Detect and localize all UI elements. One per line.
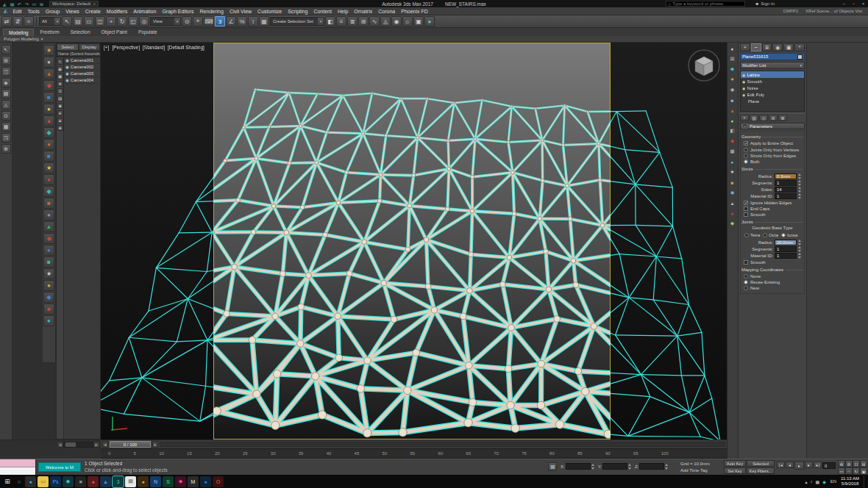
previous-frame-arrow[interactable]: ◄ bbox=[102, 441, 108, 448]
application-menu-icon[interactable]: ◭ bbox=[1, 1, 8, 7]
checkbox[interactable] bbox=[744, 260, 748, 265]
right-toolbar-icon[interactable]: ★ bbox=[728, 75, 737, 84]
right-toolbar-icon[interactable]: ◉ bbox=[728, 85, 737, 94]
select-object[interactable]: ↖ bbox=[62, 16, 72, 26]
select-and-link[interactable]: ⇄ bbox=[1, 16, 12, 26]
ribbon-tab[interactable]: Freeform bbox=[35, 29, 64, 36]
scene-explorer-menu[interactable]: Display bbox=[79, 43, 101, 51]
viewport-label-item[interactable]: [Perspective] bbox=[112, 45, 140, 50]
time-slider-track[interactable] bbox=[160, 442, 725, 447]
mapping-option-radio[interactable]: None bbox=[741, 273, 803, 279]
start-button[interactable]: ⊞ bbox=[1, 476, 13, 487]
value-input[interactable]: 14 bbox=[775, 187, 797, 193]
key-filters-button[interactable]: Key Filters... bbox=[747, 467, 775, 474]
workspace-selector[interactable]: Workspace: Default ▼ bbox=[49, 1, 99, 7]
radio[interactable] bbox=[744, 159, 748, 164]
script-toolbar-icon[interactable]: ★ bbox=[43, 268, 54, 279]
rendered-frame-window[interactable]: ▣ bbox=[413, 16, 424, 26]
maximize-button[interactable]: ▫ bbox=[849, 0, 858, 7]
geometry-option-radio[interactable]: Both bbox=[741, 159, 803, 165]
open-icon[interactable]: ⊞ bbox=[38, 1, 45, 7]
modifier-stack-item[interactable]: ◉ Smooth bbox=[741, 78, 804, 85]
selected-combo[interactable]: Selected bbox=[747, 460, 775, 467]
joint-option-checkbox[interactable]: Smooth bbox=[741, 259, 803, 265]
add-time-tag[interactable]: Add Time Tag bbox=[680, 468, 708, 473]
viewport-label-item[interactable]: [Default Shading] bbox=[168, 45, 204, 50]
menu-item[interactable]: Scripting bbox=[285, 7, 310, 15]
docked-toolbar-label[interactable]: XRef Scene... of Objects Visi bbox=[805, 9, 862, 13]
radio[interactable] bbox=[763, 233, 767, 237]
make-unique[interactable]: ◎ bbox=[759, 115, 768, 121]
pin-stack[interactable]: ⌖ bbox=[740, 115, 749, 121]
script-toolbar-icon[interactable]: ■ bbox=[43, 304, 54, 315]
edit-named-selection-sets[interactable]: ▦ bbox=[259, 16, 269, 26]
menu-item[interactable]: Animation bbox=[130, 7, 159, 15]
menu-item[interactable]: Rendering bbox=[197, 7, 227, 15]
tray-app-icon[interactable]: ◆ bbox=[822, 479, 826, 484]
taskbar-app[interactable]: ▲ bbox=[100, 476, 111, 487]
layout-tab-icon[interactable]: ▤ bbox=[1, 89, 11, 98]
menu-item[interactable]: Group bbox=[43, 7, 63, 15]
docked-toolbar-label[interactable]: CMPP2 bbox=[783, 9, 798, 13]
menu-item[interactable]: Phoenix FD bbox=[398, 7, 431, 15]
menu-item[interactable]: Graph Editors bbox=[159, 7, 196, 15]
taskbar-app[interactable]: ● bbox=[88, 476, 99, 487]
listener-macro-row[interactable] bbox=[0, 459, 35, 467]
tab-utilities[interactable]: * bbox=[794, 43, 805, 51]
next-frame-button[interactable]: ► bbox=[805, 462, 813, 468]
filter-icon[interactable]: ● bbox=[57, 110, 63, 116]
script-toolbar-icon[interactable]: ● bbox=[43, 139, 54, 150]
taskbar-app[interactable]: O bbox=[213, 476, 224, 487]
auto-key-button[interactable]: Auto Key bbox=[724, 460, 746, 467]
coordinate-input[interactable] bbox=[566, 463, 591, 470]
taskbar-clock[interactable]: 11:13 AM 5/9/2018 bbox=[841, 476, 859, 487]
spinner[interactable] bbox=[798, 240, 803, 245]
menu-item[interactable]: Modifiers bbox=[104, 7, 130, 15]
visibility-bulb-icon[interactable]: ◉ bbox=[742, 79, 745, 84]
script-toolbar-icon[interactable]: ● bbox=[43, 57, 54, 68]
mapping-option-radio[interactable]: Reuse Existing bbox=[741, 279, 803, 285]
script-toolbar-icon[interactable]: ▲ bbox=[43, 68, 54, 79]
save-icon[interactable]: ▤ bbox=[9, 1, 15, 7]
go-to-start-button[interactable]: |◄ bbox=[777, 462, 785, 468]
select-and-scale[interactable]: ◱ bbox=[128, 16, 138, 26]
spinner[interactable] bbox=[798, 253, 803, 259]
radio[interactable] bbox=[781, 233, 786, 237]
parameters-rollout-header[interactable]: − Parameters bbox=[740, 123, 805, 129]
taskbar-app[interactable]: ● bbox=[138, 476, 149, 487]
current-frame-input[interactable]: 0 bbox=[822, 462, 836, 469]
layout-tab-icon[interactable]: ◬ bbox=[1, 100, 11, 110]
zoom-all-button[interactable]: ⊛ bbox=[845, 460, 853, 467]
right-toolbar-icon[interactable]: ● bbox=[728, 209, 737, 218]
select-and-move[interactable]: + bbox=[106, 16, 116, 26]
spinner[interactable] bbox=[798, 246, 803, 252]
taskbar-app-3dsmax[interactable]: 3 bbox=[113, 476, 124, 487]
radio[interactable] bbox=[744, 233, 749, 237]
taskbar-app[interactable]: ◆ bbox=[63, 476, 74, 487]
visibility-bulb-icon[interactable]: ◉ bbox=[742, 86, 745, 90]
script-toolbar-icon[interactable]: ◆ bbox=[43, 80, 54, 91]
toggle-scene-explorer[interactable]: ⊞ bbox=[358, 16, 369, 26]
menu-item[interactable]: Create bbox=[82, 7, 104, 15]
script-toolbar-icon[interactable]: ■ bbox=[43, 151, 54, 162]
right-toolbar-icon[interactable]: ▦ bbox=[728, 147, 737, 156]
undo-icon[interactable]: ↶ bbox=[16, 1, 23, 7]
menu-item[interactable]: Views bbox=[63, 7, 82, 15]
right-toolbar-icon[interactable]: ■ bbox=[728, 178, 737, 187]
show-desktop-button[interactable] bbox=[864, 476, 867, 487]
base-type-radio[interactable]: Tetra bbox=[744, 233, 760, 237]
right-toolbar-icon[interactable]: ◆ bbox=[728, 219, 737, 228]
tab-hierarchy[interactable]: ≣ bbox=[762, 43, 772, 51]
script-toolbar-icon[interactable]: ■ bbox=[43, 198, 54, 209]
menu-item[interactable]: Ornatrix bbox=[351, 7, 375, 15]
viewcube[interactable] bbox=[686, 47, 722, 85]
object-name-field[interactable]: Plane531615 bbox=[740, 53, 805, 60]
modifier-list-dropdown[interactable]: Modifier List ▼ bbox=[740, 62, 805, 69]
zoom-extents-button[interactable]: ⊡ bbox=[853, 460, 860, 467]
search-input[interactable] bbox=[672, 1, 743, 6]
taskbar-app[interactable]: M bbox=[188, 476, 199, 487]
maximize-viewport-button[interactable]: ▣ bbox=[860, 467, 867, 475]
taskbar-app-photoshop[interactable]: Ps bbox=[50, 476, 61, 487]
layout-tab-icon[interactable]: ◳ bbox=[1, 133, 11, 143]
filter-icon[interactable]: ⊙ bbox=[57, 88, 63, 94]
